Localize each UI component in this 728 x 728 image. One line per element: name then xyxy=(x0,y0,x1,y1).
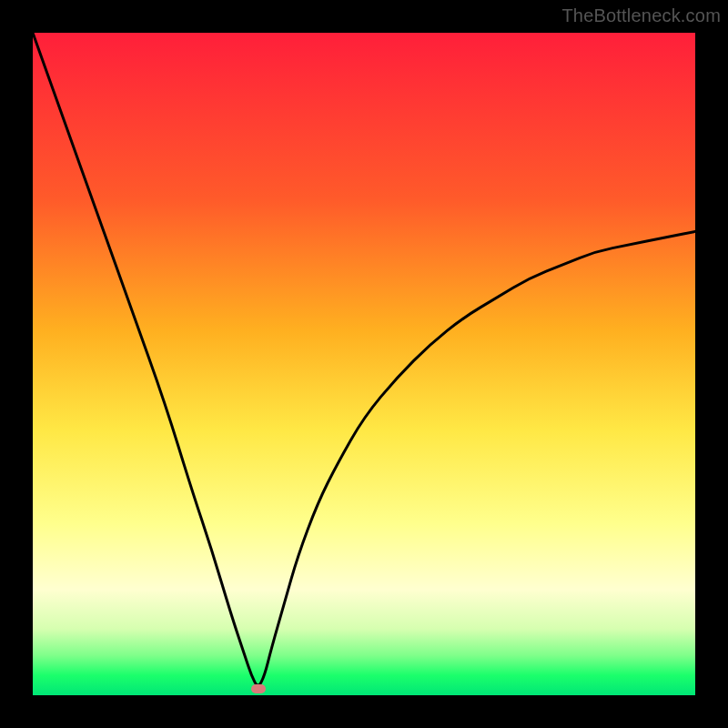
plot-area xyxy=(33,33,695,695)
bottleneck-curve xyxy=(33,33,695,695)
watermark-text: TheBottleneck.com xyxy=(561,5,721,26)
chart-frame: TheBottleneck.com xyxy=(0,0,728,728)
minimum-marker xyxy=(251,684,266,693)
